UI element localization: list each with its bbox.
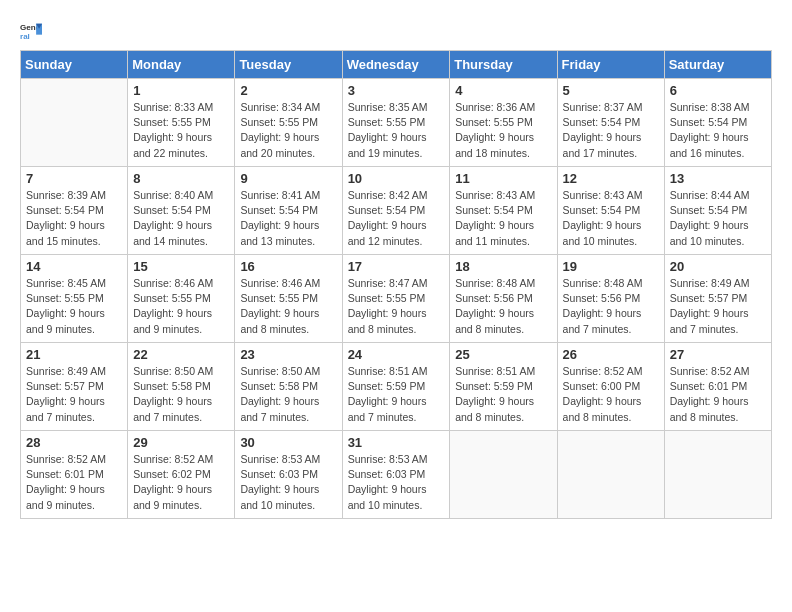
day-cell: 13Sunrise: 8:44 AM Sunset: 5:54 PM Dayli…: [664, 167, 771, 255]
week-row-3: 14Sunrise: 8:45 AM Sunset: 5:55 PM Dayli…: [21, 255, 772, 343]
day-info: Sunrise: 8:44 AM Sunset: 5:54 PM Dayligh…: [670, 188, 766, 249]
day-cell: 26Sunrise: 8:52 AM Sunset: 6:00 PM Dayli…: [557, 343, 664, 431]
day-number: 1: [133, 83, 229, 98]
day-cell: 20Sunrise: 8:49 AM Sunset: 5:57 PM Dayli…: [664, 255, 771, 343]
day-number: 17: [348, 259, 445, 274]
day-info: Sunrise: 8:33 AM Sunset: 5:55 PM Dayligh…: [133, 100, 229, 161]
day-cell: 6Sunrise: 8:38 AM Sunset: 5:54 PM Daylig…: [664, 79, 771, 167]
day-info: Sunrise: 8:50 AM Sunset: 5:58 PM Dayligh…: [133, 364, 229, 425]
day-cell: [21, 79, 128, 167]
header-row: SundayMondayTuesdayWednesdayThursdayFrid…: [21, 51, 772, 79]
day-cell: 31Sunrise: 8:53 AM Sunset: 6:03 PM Dayli…: [342, 431, 450, 519]
day-number: 19: [563, 259, 659, 274]
day-cell: 27Sunrise: 8:52 AM Sunset: 6:01 PM Dayli…: [664, 343, 771, 431]
column-header-friday: Friday: [557, 51, 664, 79]
day-number: 28: [26, 435, 122, 450]
day-cell: 24Sunrise: 8:51 AM Sunset: 5:59 PM Dayli…: [342, 343, 450, 431]
day-number: 8: [133, 171, 229, 186]
day-info: Sunrise: 8:49 AM Sunset: 5:57 PM Dayligh…: [26, 364, 122, 425]
logo-icon: Gene ral: [20, 20, 42, 42]
day-number: 11: [455, 171, 551, 186]
day-number: 16: [240, 259, 336, 274]
day-info: Sunrise: 8:40 AM Sunset: 5:54 PM Dayligh…: [133, 188, 229, 249]
header: Gene ral: [20, 20, 772, 42]
day-number: 14: [26, 259, 122, 274]
day-number: 2: [240, 83, 336, 98]
svg-text:ral: ral: [20, 32, 30, 41]
column-header-thursday: Thursday: [450, 51, 557, 79]
day-info: Sunrise: 8:39 AM Sunset: 5:54 PM Dayligh…: [26, 188, 122, 249]
day-cell: 23Sunrise: 8:50 AM Sunset: 5:58 PM Dayli…: [235, 343, 342, 431]
day-cell: 15Sunrise: 8:46 AM Sunset: 5:55 PM Dayli…: [128, 255, 235, 343]
day-number: 22: [133, 347, 229, 362]
day-info: Sunrise: 8:46 AM Sunset: 5:55 PM Dayligh…: [240, 276, 336, 337]
day-info: Sunrise: 8:49 AM Sunset: 5:57 PM Dayligh…: [670, 276, 766, 337]
day-number: 3: [348, 83, 445, 98]
day-number: 15: [133, 259, 229, 274]
day-number: 20: [670, 259, 766, 274]
day-cell: 16Sunrise: 8:46 AM Sunset: 5:55 PM Dayli…: [235, 255, 342, 343]
day-number: 29: [133, 435, 229, 450]
day-cell: 29Sunrise: 8:52 AM Sunset: 6:02 PM Dayli…: [128, 431, 235, 519]
day-cell: 14Sunrise: 8:45 AM Sunset: 5:55 PM Dayli…: [21, 255, 128, 343]
day-cell: 18Sunrise: 8:48 AM Sunset: 5:56 PM Dayli…: [450, 255, 557, 343]
week-row-4: 21Sunrise: 8:49 AM Sunset: 5:57 PM Dayli…: [21, 343, 772, 431]
column-header-tuesday: Tuesday: [235, 51, 342, 79]
day-cell: 25Sunrise: 8:51 AM Sunset: 5:59 PM Dayli…: [450, 343, 557, 431]
day-cell: 2Sunrise: 8:34 AM Sunset: 5:55 PM Daylig…: [235, 79, 342, 167]
day-cell: 21Sunrise: 8:49 AM Sunset: 5:57 PM Dayli…: [21, 343, 128, 431]
day-info: Sunrise: 8:52 AM Sunset: 6:02 PM Dayligh…: [133, 452, 229, 513]
column-header-sunday: Sunday: [21, 51, 128, 79]
day-info: Sunrise: 8:53 AM Sunset: 6:03 PM Dayligh…: [348, 452, 445, 513]
day-cell: 7Sunrise: 8:39 AM Sunset: 5:54 PM Daylig…: [21, 167, 128, 255]
calendar-table: SundayMondayTuesdayWednesdayThursdayFrid…: [20, 50, 772, 519]
day-number: 18: [455, 259, 551, 274]
day-info: Sunrise: 8:37 AM Sunset: 5:54 PM Dayligh…: [563, 100, 659, 161]
day-info: Sunrise: 8:53 AM Sunset: 6:03 PM Dayligh…: [240, 452, 336, 513]
day-info: Sunrise: 8:41 AM Sunset: 5:54 PM Dayligh…: [240, 188, 336, 249]
day-info: Sunrise: 8:52 AM Sunset: 6:01 PM Dayligh…: [670, 364, 766, 425]
day-info: Sunrise: 8:35 AM Sunset: 5:55 PM Dayligh…: [348, 100, 445, 161]
day-number: 10: [348, 171, 445, 186]
day-info: Sunrise: 8:51 AM Sunset: 5:59 PM Dayligh…: [455, 364, 551, 425]
day-number: 23: [240, 347, 336, 362]
day-number: 5: [563, 83, 659, 98]
day-info: Sunrise: 8:51 AM Sunset: 5:59 PM Dayligh…: [348, 364, 445, 425]
day-info: Sunrise: 8:47 AM Sunset: 5:55 PM Dayligh…: [348, 276, 445, 337]
day-number: 9: [240, 171, 336, 186]
day-number: 24: [348, 347, 445, 362]
day-info: Sunrise: 8:48 AM Sunset: 5:56 PM Dayligh…: [455, 276, 551, 337]
day-cell: 8Sunrise: 8:40 AM Sunset: 5:54 PM Daylig…: [128, 167, 235, 255]
logo: Gene ral: [20, 20, 44, 42]
day-number: 6: [670, 83, 766, 98]
day-number: 13: [670, 171, 766, 186]
day-info: Sunrise: 8:48 AM Sunset: 5:56 PM Dayligh…: [563, 276, 659, 337]
day-info: Sunrise: 8:34 AM Sunset: 5:55 PM Dayligh…: [240, 100, 336, 161]
day-cell: 28Sunrise: 8:52 AM Sunset: 6:01 PM Dayli…: [21, 431, 128, 519]
day-cell: 11Sunrise: 8:43 AM Sunset: 5:54 PM Dayli…: [450, 167, 557, 255]
day-info: Sunrise: 8:52 AM Sunset: 6:00 PM Dayligh…: [563, 364, 659, 425]
day-cell: 3Sunrise: 8:35 AM Sunset: 5:55 PM Daylig…: [342, 79, 450, 167]
day-number: 26: [563, 347, 659, 362]
day-number: 30: [240, 435, 336, 450]
day-info: Sunrise: 8:43 AM Sunset: 5:54 PM Dayligh…: [563, 188, 659, 249]
day-info: Sunrise: 8:50 AM Sunset: 5:58 PM Dayligh…: [240, 364, 336, 425]
day-cell: 12Sunrise: 8:43 AM Sunset: 5:54 PM Dayli…: [557, 167, 664, 255]
day-info: Sunrise: 8:42 AM Sunset: 5:54 PM Dayligh…: [348, 188, 445, 249]
day-cell: 17Sunrise: 8:47 AM Sunset: 5:55 PM Dayli…: [342, 255, 450, 343]
column-header-monday: Monday: [128, 51, 235, 79]
day-info: Sunrise: 8:36 AM Sunset: 5:55 PM Dayligh…: [455, 100, 551, 161]
week-row-5: 28Sunrise: 8:52 AM Sunset: 6:01 PM Dayli…: [21, 431, 772, 519]
day-cell: [664, 431, 771, 519]
day-number: 25: [455, 347, 551, 362]
column-header-wednesday: Wednesday: [342, 51, 450, 79]
day-number: 12: [563, 171, 659, 186]
day-cell: [450, 431, 557, 519]
day-number: 21: [26, 347, 122, 362]
day-cell: 19Sunrise: 8:48 AM Sunset: 5:56 PM Dayli…: [557, 255, 664, 343]
column-header-saturday: Saturday: [664, 51, 771, 79]
day-info: Sunrise: 8:52 AM Sunset: 6:01 PM Dayligh…: [26, 452, 122, 513]
day-info: Sunrise: 8:45 AM Sunset: 5:55 PM Dayligh…: [26, 276, 122, 337]
day-cell: 5Sunrise: 8:37 AM Sunset: 5:54 PM Daylig…: [557, 79, 664, 167]
day-cell: 4Sunrise: 8:36 AM Sunset: 5:55 PM Daylig…: [450, 79, 557, 167]
